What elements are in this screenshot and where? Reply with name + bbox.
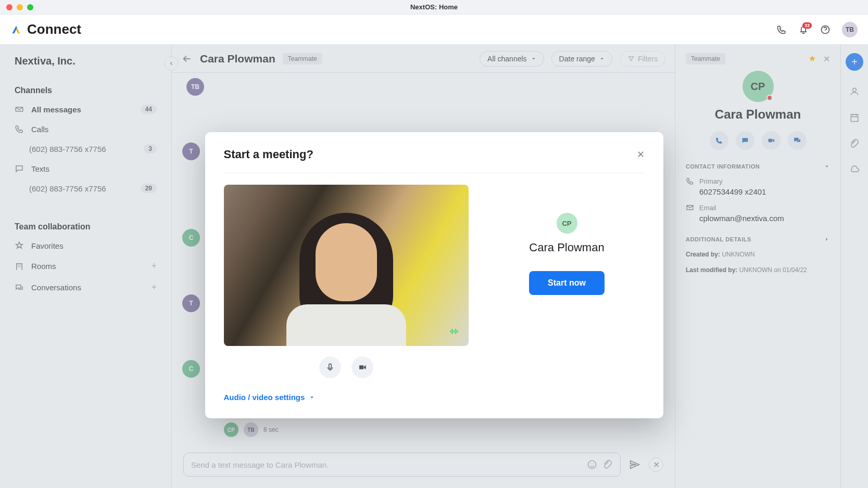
- invitee-name: Cara Plowman: [529, 241, 604, 254]
- svg-rect-6: [329, 364, 331, 368]
- audio-level-icon: [449, 326, 459, 337]
- invitee-avatar: CP: [557, 213, 577, 234]
- app-name: Connect: [27, 21, 81, 37]
- modal-title: Start a meeting?: [224, 148, 313, 161]
- close-window-icon[interactable]: [6, 4, 12, 10]
- chevron-down-icon: [309, 394, 315, 401]
- user-avatar[interactable]: TB: [842, 22, 858, 37]
- titlebar: NextOS: Home: [0, 0, 868, 15]
- toggle-mic-button[interactable]: [319, 356, 341, 378]
- modal-overlay[interactable]: Start a meeting? ✕: [0, 45, 868, 488]
- modal-close-button[interactable]: ✕: [637, 149, 645, 160]
- window-controls: [0, 4, 33, 10]
- invitee-panel: CP Cara Plowman Start now: [489, 185, 645, 295]
- window-title: NextOS: Home: [410, 3, 458, 11]
- dialer-icon[interactable]: [776, 24, 787, 35]
- microphone-icon: [325, 363, 335, 372]
- minimize-window-icon[interactable]: [17, 4, 23, 10]
- start-meeting-modal: Start a meeting? ✕: [205, 132, 663, 418]
- app-header: Connect 33 TB: [0, 15, 868, 45]
- notification-badge: 33: [802, 22, 812, 29]
- maximize-window-icon[interactable]: [27, 4, 33, 10]
- help-icon[interactable]: [820, 24, 831, 35]
- logo[interactable]: Connect: [10, 21, 81, 37]
- toggle-camera-button[interactable]: [351, 356, 373, 378]
- preview-self-video: [284, 200, 409, 346]
- app-logo-icon: [10, 24, 22, 35]
- av-settings-link[interactable]: Audio / video settings: [224, 393, 469, 402]
- main-layout: Nextiva, Inc. Channels All messages 44 C…: [0, 45, 868, 488]
- start-now-button[interactable]: Start now: [529, 271, 605, 295]
- notifications-icon[interactable]: 33: [798, 24, 809, 35]
- camera-icon: [358, 363, 367, 372]
- video-preview: [224, 185, 469, 346]
